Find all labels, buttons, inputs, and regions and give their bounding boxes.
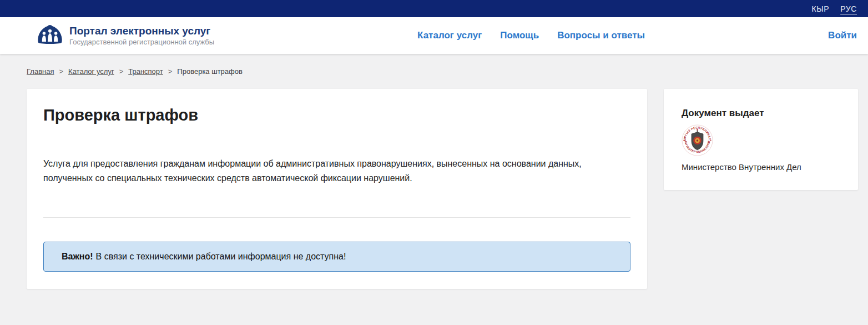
issuer-card: Документ выдает КЫРГЫЗ РЕСПУБЛИКАСЫ ИЧКИ… [664,89,858,190]
issuer-heading: Документ выдает [682,108,840,119]
login-link[interactable]: Войти [828,30,857,41]
site-logo[interactable]: Портал электронных услуг Государственной… [37,24,214,47]
breadcrumb: Главная > Каталог услуг > Транспорт > Пр… [0,54,868,89]
logo-text: Портал электронных услуг Государственной… [69,25,214,47]
issuer-name: Министерство Внутренних Дел [682,162,840,173]
breadcrumb-catalog[interactable]: Каталог услуг [68,67,114,76]
breadcrumb-separator: > [168,67,173,76]
nav-catalog[interactable]: Каталог услуг [417,30,482,41]
main-nav: Каталог услуг Помощь Вопросы и ответы [417,30,645,41]
alert-label: Важно! [62,252,93,261]
page-title: Проверка штрафов [43,106,630,124]
portal-title: Портал электронных услуг [69,25,214,37]
nav-faq[interactable]: Вопросы и ответы [557,30,645,41]
breadcrumb-transport[interactable]: Транспорт [128,67,163,76]
mvd-emblem-icon: КЫРГЫЗ РЕСПУБЛИКАСЫ ИЧКИ ИШТЕР МИНИСТРЛИ… [682,124,713,156]
service-description: Услуга для предоставления гражданам инфо… [43,157,630,186]
lang-switch-kyr[interactable]: КЫР [811,4,829,13]
breadcrumb-separator: > [119,67,124,76]
breadcrumb-separator: > [59,67,63,76]
maintenance-alert: Важно!В связи с техническими работами ин… [43,242,630,272]
alert-message: В связи с техническими работами информац… [96,252,346,261]
breadcrumb-current: Проверка штрафов [177,67,243,76]
site-header: Портал электронных услуг Государственной… [0,17,868,54]
yurt-logo-icon [37,24,63,47]
language-bar: КЫР РУС [0,0,868,17]
divider [43,217,630,218]
service-card: Проверка штрафов Услуга для предоставлен… [27,89,647,289]
content-area: Проверка штрафов Услуга для предоставлен… [0,89,868,312]
breadcrumb-home[interactable]: Главная [27,67,54,76]
nav-help[interactable]: Помощь [500,30,539,41]
lang-switch-rus[interactable]: РУС [840,4,857,13]
portal-subtitle: Государственной регистрационной службы [69,38,214,47]
